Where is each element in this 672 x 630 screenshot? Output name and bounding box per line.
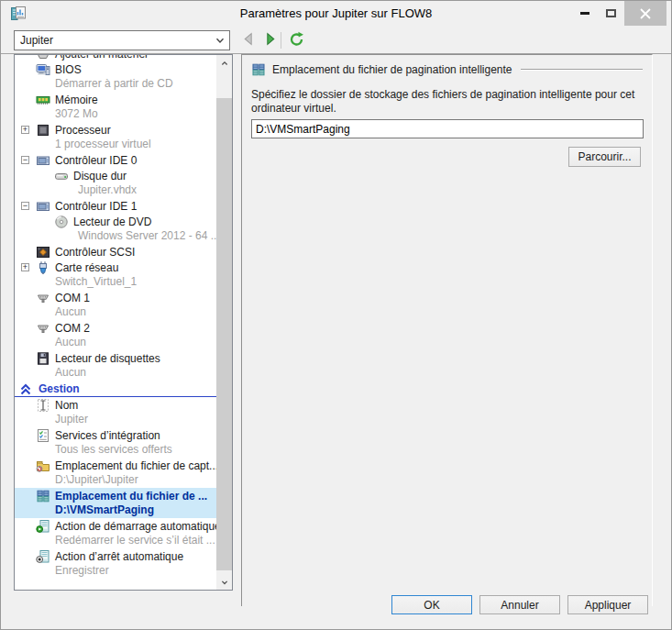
panel-description: Spécifiez le dossier de stockage des fic…: [251, 88, 651, 116]
smart-paging-panel: Emplacement du fichier de pagination int…: [241, 54, 653, 606]
item-value: Windows Server 2012 - 64 ...: [15, 229, 216, 244]
chevrons-up-icon: [18, 381, 33, 396]
sidebar-item-processeur[interactable]: +Processeur: [15, 122, 216, 138]
close-icon: [640, 8, 651, 19]
maximize-button[interactable]: [598, 1, 624, 26]
item-label: Lecteur de disquettes: [55, 352, 160, 365]
name-icon: [36, 398, 50, 413]
scsi-icon: [36, 245, 50, 260]
chevron-down-icon: [219, 577, 230, 588]
refresh-button[interactable]: [287, 31, 305, 50]
item-label: Contrôleur IDE 1: [55, 200, 137, 213]
dvd-icon: [54, 215, 69, 229]
titlebar: Paramètres pour Jupiter sur FLOW8: [1, 1, 671, 27]
toolbar: Jupiter: [1, 27, 671, 53]
sidebar-item-emplacement-pagination[interactable]: Emplacement du fichier de ...: [15, 488, 216, 503]
sidebar-item-nom[interactable]: Nom: [15, 397, 216, 413]
checkpoint-folder-icon: [36, 459, 50, 473]
scroll-up-button[interactable]: [216, 55, 232, 71]
sidebar-item-controleur-ide-0[interactable]: −Contrôleur IDE 0: [15, 152, 216, 168]
ide-icon: [36, 153, 50, 168]
smart-paging-icon: [251, 62, 266, 77]
hardware-tree-panel: Ajouter un matérielBIOSDémarrer à partir…: [14, 54, 233, 591]
item-value: Aucun: [15, 305, 216, 320]
sidebar-item-controleur-scsi[interactable]: Contrôleur SCSI: [15, 244, 216, 260]
item-value: Jupiter.vhdx: [15, 183, 216, 198]
sidebar-item-lecteur-dvd[interactable]: Lecteur de DVD: [33, 214, 216, 229]
item-value: Tous les services offerts: [15, 443, 216, 458]
section-label: Gestion: [39, 382, 80, 395]
scrollbar-thumb[interactable]: [216, 98, 232, 570]
sidebar-item-emplacement-capture[interactable]: Emplacement du fichier de capt...: [15, 458, 216, 473]
bios-icon: [36, 62, 50, 77]
maximize-icon: [606, 9, 616, 17]
sidebar-item-action-demarrage[interactable]: Action de démarrage automatique: [15, 518, 216, 534]
smart-paging-path-input[interactable]: [251, 119, 644, 138]
item-label: Carte réseau: [55, 261, 118, 274]
item-value: 1 processeur virtuel: [15, 138, 216, 152]
cancel-button[interactable]: Annuler: [479, 595, 560, 614]
item-label: Ajouter un matériel: [55, 55, 148, 61]
add-hardware-icon: [36, 55, 50, 61]
forward-arrow-icon: [262, 31, 278, 50]
back-arrow-icon: [241, 31, 257, 50]
collapse-toggle-icon[interactable]: −: [21, 156, 29, 164]
sidebar-item-com-1[interactable]: COM 1: [15, 290, 216, 305]
item-label: Contrôleur IDE 0: [55, 154, 137, 167]
item-label: Processeur: [55, 124, 111, 137]
browse-button[interactable]: Parcourir...: [568, 147, 641, 167]
item-value: Enregistrer: [15, 564, 216, 579]
sidebar-section-gestion[interactable]: Gestion: [15, 381, 216, 397]
settings-window: Paramètres pour Jupiter sur FLOW8 Jupite…: [0, 0, 672, 630]
close-button[interactable]: [624, 1, 666, 26]
refresh-icon: [289, 31, 304, 50]
item-label: Disque dur: [73, 170, 127, 182]
item-label: BIOS: [55, 63, 82, 76]
item-label: Action d’arrêt automatique: [55, 550, 183, 563]
sidebar-item-services-integration[interactable]: Services d’intégration: [15, 427, 216, 443]
smart-paging-icon: [36, 489, 50, 503]
vm-selector-dropdown[interactable]: Jupiter: [14, 30, 230, 50]
hdd-icon: [54, 169, 69, 183]
navigate-back-button[interactable]: [239, 31, 258, 50]
sidebar-item-com-2[interactable]: COM 2: [15, 320, 216, 336]
item-value: Démarrer à partir de CD: [15, 77, 216, 92]
item-label: Emplacement du fichier de ...: [55, 490, 207, 503]
panel-header: Emplacement du fichier de pagination int…: [251, 62, 643, 77]
chevron-up-icon: [219, 58, 230, 69]
memory-icon: [36, 93, 50, 107]
item-value: D:\Jupiter\Jupiter: [15, 473, 216, 488]
sidebar-item-lecteur-disquettes[interactable]: Lecteur de disquettes: [15, 350, 216, 366]
sidebar-item-add-hardware[interactable]: Ajouter un matériel: [15, 55, 216, 61]
com-icon: [36, 321, 50, 336]
sidebar-item-controleur-ide-1[interactable]: −Contrôleur IDE 1: [15, 198, 216, 214]
item-value: 3072 Mo: [15, 107, 216, 122]
minimize-button[interactable]: [571, 1, 598, 26]
sidebar-item-bios[interactable]: BIOS: [15, 61, 216, 77]
collapse-toggle-icon[interactable]: −: [21, 202, 29, 210]
sidebar-item-carte-reseau[interactable]: +Carte réseau: [15, 260, 216, 275]
expand-toggle-icon[interactable]: +: [21, 126, 29, 134]
item-value: Switch_Virtuel_1: [15, 275, 216, 290]
item-label: Action de démarrage automatique: [55, 520, 216, 533]
apply-button[interactable]: Appliquer: [567, 595, 648, 614]
item-label: Mémoire: [55, 94, 98, 106]
scroll-down-button[interactable]: [216, 574, 232, 590]
com-icon: [36, 291, 50, 305]
sidebar-scrollbar[interactable]: [216, 55, 232, 590]
navigate-forward-button[interactable]: [260, 31, 279, 50]
item-label: Nom: [55, 399, 78, 412]
expand-toggle-icon[interactable]: +: [21, 263, 29, 271]
item-label: Emplacement du fichier de capt...: [55, 459, 216, 472]
sidebar-item-action-arret[interactable]: Action d’arrêt automatique: [15, 548, 216, 564]
floppy-icon: [36, 351, 50, 366]
item-value: D:\VMSmartPaging: [15, 503, 216, 518]
sidebar-item-memoire[interactable]: Mémoire: [15, 92, 216, 107]
ok-button[interactable]: OK: [391, 595, 472, 614]
minimize-icon: [580, 12, 589, 15]
sidebar-item-disque-dur[interactable]: Disque dur: [33, 168, 216, 183]
item-value: Aucun: [15, 336, 216, 350]
item-label: COM 1: [55, 292, 90, 304]
item-label: Lecteur de DVD: [73, 216, 151, 228]
sidebar-tree: Ajouter un matérielBIOSDémarrer à partir…: [15, 55, 216, 590]
